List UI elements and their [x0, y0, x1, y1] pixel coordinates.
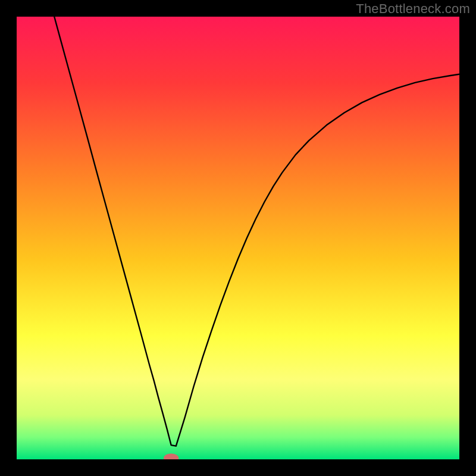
gradient-background: [17, 17, 459, 459]
chart-svg: [17, 17, 459, 459]
plot-area: [17, 17, 459, 459]
watermark-text: TheBottleneck.com: [356, 1, 470, 17]
chart-container: TheBottleneck.com: [0, 0, 476, 476]
